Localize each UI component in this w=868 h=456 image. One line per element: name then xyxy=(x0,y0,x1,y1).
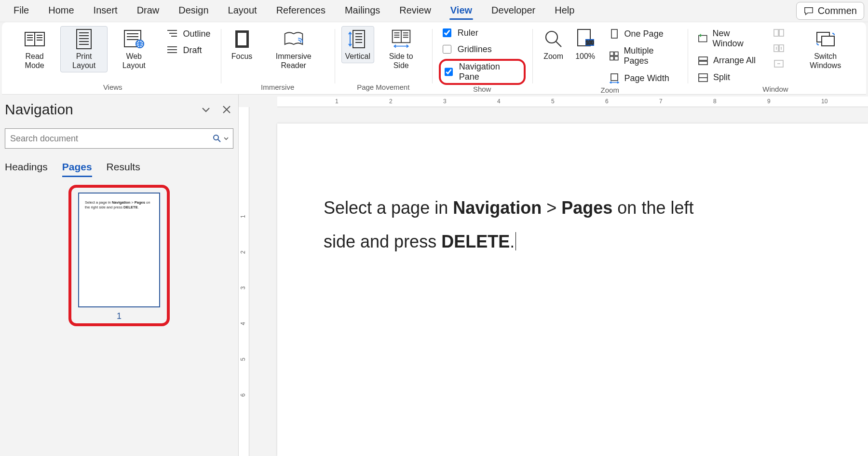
gridlines-checkbox-input[interactable] xyxy=(443,45,451,54)
navigation-tabs: Headings Pages Results xyxy=(5,161,233,177)
reset-window-button[interactable] xyxy=(770,57,787,70)
document-page[interactable]: Select a page in Navigation > Pages on t… xyxy=(277,124,868,456)
navigation-pane-checkbox-input[interactable] xyxy=(445,68,453,76)
tab-references[interactable]: References xyxy=(267,1,335,21)
vertical-ruler[interactable]: 123456 xyxy=(239,107,249,456)
zoom-button[interactable]: Zoom xyxy=(539,26,568,63)
hruler-tick: 7 xyxy=(659,98,663,105)
side-to-side-button[interactable]: Side to Side xyxy=(377,26,425,72)
vruler-tick: 6 xyxy=(240,393,246,397)
vruler-tick: 1 xyxy=(240,215,246,218)
tab-help[interactable]: Help xyxy=(545,1,584,21)
svg-rect-50 xyxy=(614,56,618,60)
new-window-button[interactable]: New Window xyxy=(694,26,763,51)
vertical-button[interactable]: Vertical xyxy=(341,26,374,63)
hruler-tick: 5 xyxy=(551,98,555,105)
split-icon xyxy=(698,73,708,83)
web-layout-button[interactable]: Web Layout xyxy=(110,26,157,72)
multiple-pages-button[interactable]: Multiple Pages xyxy=(606,43,681,69)
comments-button[interactable]: Commen xyxy=(796,2,864,20)
page-thumbnail-1[interactable]: Select a page in Navigation > Pages on t… xyxy=(78,193,160,307)
hruler-tick: 10 xyxy=(821,98,827,105)
search-dropdown-icon[interactable] xyxy=(223,136,229,141)
tab-home[interactable]: Home xyxy=(39,1,83,21)
sync-scrolling-button[interactable] xyxy=(770,41,787,55)
comments-label: Commen xyxy=(818,5,857,16)
immersive-reader-button[interactable]: Immersive Reader xyxy=(259,26,328,72)
navigation-search[interactable] xyxy=(5,128,233,149)
vruler-tick: 4 xyxy=(240,322,246,325)
nav-tab-pages[interactable]: Pages xyxy=(62,161,92,177)
tab-review[interactable]: Review xyxy=(390,1,441,21)
svg-rect-52 xyxy=(699,35,707,41)
svg-rect-51 xyxy=(611,74,618,81)
switch-windows-icon xyxy=(815,28,836,50)
page-width-icon xyxy=(609,73,620,83)
ruler-checkbox-input[interactable] xyxy=(443,28,451,37)
page-thumbnail-highlight: Select a page in Navigation > Pages on t… xyxy=(68,185,170,326)
group-label-window: Window xyxy=(762,85,788,95)
vruler-tick: 3 xyxy=(240,286,246,290)
hruler-tick: 9 xyxy=(767,98,771,105)
hruler-tick: 1 xyxy=(335,98,339,105)
tab-insert[interactable]: Insert xyxy=(84,1,127,21)
vertical-icon xyxy=(347,28,368,50)
view-side-by-side-button[interactable] xyxy=(770,26,787,40)
group-movement: Vertical Side to Side Page Movement xyxy=(335,24,432,94)
read-mode-button[interactable]: Read Mode xyxy=(12,26,57,72)
ribbon: Read Mode Print Layout xyxy=(2,22,866,95)
document-body-text[interactable]: Select a page in Navigation > Pages on t… xyxy=(324,191,700,259)
print-layout-button[interactable]: Print Layout xyxy=(60,26,108,72)
group-views: Read Mode Print Layout xyxy=(5,24,221,94)
svg-rect-63 xyxy=(822,36,834,46)
outline-button[interactable]: Outline xyxy=(163,26,214,41)
tab-developer[interactable]: Developer xyxy=(482,1,545,21)
navigation-collapse-button[interactable] xyxy=(199,102,213,117)
tab-layout[interactable]: Layout xyxy=(218,1,267,21)
switch-windows-button[interactable]: Switch Windows xyxy=(794,26,856,72)
web-layout-icon xyxy=(123,28,145,50)
main-area: Navigation Headings Pages Results xyxy=(0,95,868,456)
tab-mailings[interactable]: Mailings xyxy=(335,1,390,21)
horizontal-ruler[interactable]: 12345678910111213 xyxy=(277,97,868,107)
zoom-100-button[interactable]: 100 100% xyxy=(571,26,600,63)
group-immersive: Focus Immersive Reader Immersive xyxy=(221,24,335,94)
zoom-icon xyxy=(543,28,564,50)
split-button[interactable]: Split xyxy=(694,70,763,85)
arrange-all-icon xyxy=(698,56,708,66)
group-label-movement: Page Movement xyxy=(357,83,409,93)
group-zoom: Zoom 100 100% One Page xyxy=(532,24,688,94)
ruler-checkbox[interactable]: Ruler xyxy=(439,26,526,40)
immersive-reader-icon xyxy=(283,28,304,50)
side-to-side-icon xyxy=(391,28,412,50)
outline-icon xyxy=(166,28,178,39)
draft-button[interactable]: Draft xyxy=(163,42,214,58)
navigation-pane-checkbox[interactable]: Navigation Pane xyxy=(439,59,526,85)
read-mode-icon xyxy=(24,28,45,50)
search-icon[interactable] xyxy=(213,134,221,143)
tab-view[interactable]: View xyxy=(441,1,482,21)
svg-point-64 xyxy=(214,135,218,140)
svg-rect-48 xyxy=(614,52,618,55)
tab-draw[interactable]: Draw xyxy=(127,1,169,21)
editor-area: 12345678910111213 123456 Select a page i… xyxy=(239,95,868,456)
gridlines-checkbox[interactable]: Gridlines xyxy=(439,42,526,56)
page-width-button[interactable]: Page Width xyxy=(606,70,681,86)
navigation-title: Navigation xyxy=(5,101,192,118)
one-page-button[interactable]: One Page xyxy=(606,26,681,41)
tab-design[interactable]: Design xyxy=(169,1,218,21)
multiple-pages-icon xyxy=(609,51,619,61)
arrange-all-button[interactable]: Arrange All xyxy=(694,53,763,68)
group-show: Ruler Gridlines Navigation Pane Show xyxy=(432,24,532,94)
tab-file[interactable]: File xyxy=(4,1,39,21)
hruler-tick: 8 xyxy=(713,98,717,105)
focus-button[interactable]: Focus xyxy=(228,26,257,63)
nav-tab-results[interactable]: Results xyxy=(107,161,140,177)
new-window-icon xyxy=(698,34,708,43)
navigation-close-button[interactable] xyxy=(220,103,233,116)
zoom-100-icon: 100 xyxy=(575,28,596,50)
svg-rect-58 xyxy=(779,29,784,36)
sync-scrolling-icon xyxy=(773,44,784,53)
navigation-search-input[interactable] xyxy=(9,133,213,144)
nav-tab-headings[interactable]: Headings xyxy=(5,161,48,177)
